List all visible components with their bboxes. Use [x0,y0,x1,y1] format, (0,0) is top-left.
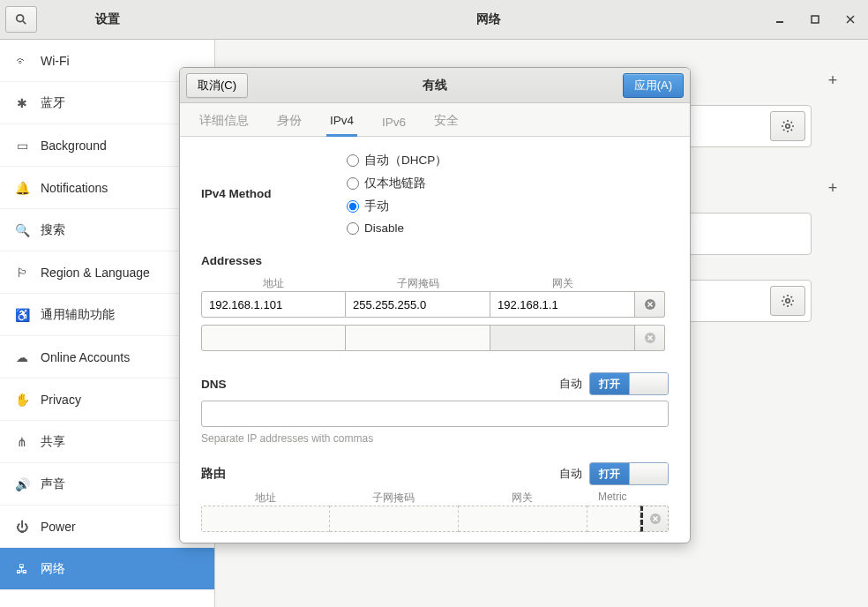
dialog-tabs: 详细信息 身份 IPv4 IPv6 安全 [180,103,690,137]
ipv4-method-label: IPv4 Method [201,187,347,200]
tab-details[interactable]: 详细信息 [196,106,252,136]
switch-on-label: 打开 [590,373,629,394]
minimize-icon [775,15,784,24]
accessibility-icon: ♿ [12,308,32,322]
speaker-icon: 🔊 [12,477,32,491]
netmask-input[interactable] [346,325,490,351]
sidebar-label: 蓝牙 [41,95,65,111]
radio-dhcp[interactable]: 自动（DHCP） [347,153,514,169]
add-vpn-button[interactable]: + [817,172,849,204]
svg-rect-3 [812,16,819,23]
radio-link-local-input[interactable] [347,177,359,190]
wired-settings-button[interactable] [770,111,805,141]
sidebar-label: 声音 [41,476,65,492]
route-row [201,506,669,532]
sidebar-label: 网络 [41,561,65,577]
search-icon: 🔍 [12,223,32,237]
close-button[interactable] [833,0,868,40]
routes-auto-toggle: 自动 打开 [559,462,669,485]
rcol-address: 地址 [201,491,329,506]
col-netmask: 子网掩码 [346,276,490,291]
radio-link-local[interactable]: 仅本地链路 [347,176,514,191]
dns-input[interactable] [201,401,669,427]
cloud-icon: ☁ [12,350,32,364]
col-address: 地址 [201,276,346,291]
sidebar-item-network[interactable]: 🖧网络 [0,548,214,590]
sidebar-label: Background [41,139,107,153]
dns-auto-switch[interactable]: 打开 [589,372,669,395]
route-gateway-input[interactable] [459,506,587,532]
address-row [201,291,669,318]
tab-security[interactable]: 安全 [430,106,462,136]
address-input[interactable] [201,325,346,351]
svg-point-7 [786,299,789,303]
radio-manual-input[interactable] [347,200,359,213]
address-input[interactable] [201,291,346,318]
radio-label: Disable [364,221,404,235]
sidebar-label: Region & Language [41,266,150,280]
apply-button[interactable]: 应用(A) [623,73,684,98]
switch-knob [629,463,668,484]
ipv4-method-group: 自动（DHCP） 仅本地链路 手动 Disable [347,153,669,235]
tab-ipv6[interactable]: IPv6 [378,109,409,136]
switch-on-label: 打开 [590,463,629,484]
rcol-netmask: 子网掩码 [329,491,457,506]
sidebar-label: Notifications [41,181,108,195]
connection-editor-dialog: 取消(C) 有线 应用(A) 详细信息 身份 IPv4 IPv6 安全 IPv4… [179,67,691,543]
hand-icon: ✋ [12,393,32,407]
titlebar: 设置 网络 [0,0,868,40]
minimize-button[interactable] [762,0,797,40]
radio-label: 手动 [364,199,389,214]
route-column-headers: 地址 子网掩码 网关 Metric [201,491,669,506]
power-icon: ⏻ [12,520,32,534]
route-netmask-input[interactable] [330,506,459,532]
delete-route-button[interactable] [640,506,669,532]
col-gateway: 网关 [490,276,635,291]
dns-auto-label: 自动 [559,376,582,392]
routes-title: 路由 [201,466,226,482]
address-row-empty [201,325,669,351]
maximize-button[interactable] [797,0,833,40]
tab-identity[interactable]: 身份 [273,106,305,136]
route-address-input[interactable] [201,506,330,532]
sidebar-label: Online Accounts [41,350,130,364]
delete-address-button[interactable] [635,325,665,351]
dns-title: DNS [201,378,227,391]
network-icon: 🖧 [12,562,32,576]
sidebar-label: 共享 [41,434,65,450]
radio-label: 仅本地链路 [364,176,426,191]
panel-title: 网络 [215,11,762,27]
gateway-input[interactable] [490,291,635,318]
routes-auto-switch[interactable]: 打开 [589,462,669,485]
background-icon: ▭ [12,139,32,153]
bluetooth-icon: ✱ [12,96,32,110]
address-column-headers: 地址 子网掩码 网关 [201,276,669,291]
dialog-title: 有线 [423,78,447,94]
route-metric-input[interactable] [587,506,640,532]
gear-icon [781,294,795,308]
delete-icon [644,298,656,311]
dialog-header: 取消(C) 有线 应用(A) [180,68,690,103]
delete-address-button[interactable] [635,291,665,318]
cancel-button[interactable]: 取消(C) [186,73,248,98]
gateway-input[interactable] [490,325,635,351]
maximize-icon [811,15,819,24]
delete-icon [649,513,662,525]
radio-disable[interactable]: Disable [347,221,514,235]
settings-title: 设置 [0,11,215,27]
radio-label: 自动（DHCP） [364,153,447,169]
radio-dhcp-input[interactable] [347,154,359,167]
close-icon [846,15,855,24]
delete-icon [644,332,656,344]
radio-manual[interactable]: 手动 [347,199,514,214]
add-wired-button[interactable]: + [817,64,849,96]
routes-auto-label: 自动 [559,466,582,482]
svg-point-6 [786,124,789,128]
proxy-settings-button[interactable] [770,286,805,316]
tab-ipv4[interactable]: IPv4 [326,107,357,137]
radio-disable-input[interactable] [347,222,359,235]
netmask-input[interactable] [346,291,490,318]
dns-hint: Separate IP addresses with commas [201,432,669,445]
wifi-icon: ᯤ [12,54,32,68]
sidebar-label: 搜索 [41,222,65,238]
